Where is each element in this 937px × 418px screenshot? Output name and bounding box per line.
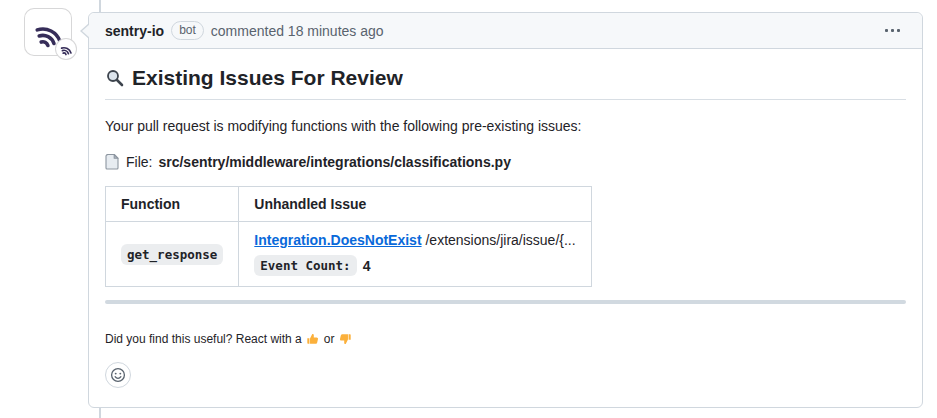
function-cell: get_response xyxy=(106,222,239,287)
horizontal-rule xyxy=(105,300,906,304)
avatar[interactable] xyxy=(24,8,72,56)
kebab-icon xyxy=(885,29,900,32)
event-count-label: Event Count: xyxy=(254,255,356,276)
conjunction-text: or xyxy=(324,332,335,346)
avatar-badge xyxy=(55,38,77,60)
thumbs-down-icon xyxy=(338,332,352,346)
comment-options-button[interactable] xyxy=(879,25,906,36)
issue-link[interactable]: Integration.DoesNotExist xyxy=(254,232,421,248)
smiley-icon xyxy=(110,367,126,383)
comment-author[interactable]: sentry-io xyxy=(105,23,164,39)
add-reaction-button[interactable] xyxy=(105,362,131,388)
issues-heading-text: Existing Issues For Review xyxy=(132,65,403,91)
issues-heading: Existing Issues For Review xyxy=(105,65,906,100)
table-row: get_response Integration.DoesNotExist /e… xyxy=(106,222,592,287)
comment-timestamp[interactable]: commented 18 minutes ago xyxy=(211,23,384,39)
file-line: File: src/sentry/middleware/integrations… xyxy=(105,153,906,170)
column-header-unhandled-issue: Unhandled Issue xyxy=(239,187,591,222)
issue-cell: Integration.DoesNotExist /extensions/jir… xyxy=(239,222,591,287)
bot-badge: bot xyxy=(171,21,204,40)
intro-text: Your pull request is modifying functions… xyxy=(105,116,906,137)
column-header-function: Function xyxy=(106,187,239,222)
issues-table: Function Unhandled Issue get_response In… xyxy=(105,186,592,287)
file-path: src/sentry/middleware/integrations/class… xyxy=(158,154,510,170)
sentry-logo-mini-icon xyxy=(59,42,73,56)
thumbs-up-icon xyxy=(306,332,320,346)
event-count-value: 4 xyxy=(363,258,371,274)
issue-path: /extensions/jira/issue/{... xyxy=(425,232,575,248)
file-label: File: xyxy=(126,154,152,170)
page-icon xyxy=(105,153,120,170)
function-name-code: get_response xyxy=(121,244,223,265)
timeline-comment: sentry-io bot commented 18 minutes ago E… xyxy=(88,12,923,408)
comment-body: Existing Issues For Review Your pull req… xyxy=(89,49,922,404)
feedback-prompt-text: Did you find this useful? React with a xyxy=(105,332,302,346)
comment-header: sentry-io bot commented 18 minutes ago xyxy=(89,13,922,49)
table-header-row: Function Unhandled Issue xyxy=(106,187,592,222)
feedback-prompt: Did you find this useful? React with a o… xyxy=(105,332,906,346)
magnifier-icon xyxy=(105,68,125,88)
